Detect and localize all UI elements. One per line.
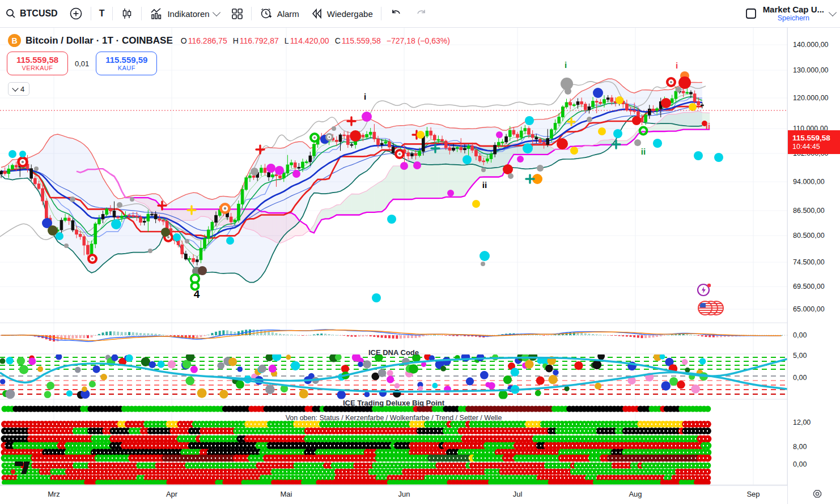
redo-button[interactable] bbox=[409, 4, 434, 23]
signal-marker bbox=[292, 170, 300, 178]
save-link[interactable]: Speichern bbox=[763, 14, 824, 22]
layout-name-block[interactable]: Market Cap U... Speichern bbox=[763, 5, 824, 22]
signal-marker bbox=[111, 219, 121, 229]
signal-marker bbox=[517, 156, 524, 163]
tradingview-logo[interactable] bbox=[9, 459, 34, 476]
undo-icon bbox=[389, 7, 403, 20]
signal-marker bbox=[413, 161, 421, 169]
replay-label: Wiedergabe bbox=[327, 9, 373, 19]
signal-marker bbox=[557, 138, 568, 150]
signal-marker bbox=[117, 202, 122, 208]
indicators-button[interactable]: Indikatoren bbox=[144, 4, 224, 23]
signal-marker bbox=[417, 131, 425, 139]
signal-marker bbox=[613, 129, 622, 138]
signal-marker bbox=[525, 116, 534, 125]
alarm-clock-icon bbox=[260, 7, 273, 20]
open-key: O bbox=[181, 36, 187, 45]
price-axis[interactable]: 140.000,00130.000,00120.000,00110.000,00… bbox=[787, 27, 840, 504]
undo-button[interactable] bbox=[384, 4, 409, 23]
layout-grid-button[interactable] bbox=[225, 4, 249, 23]
buy-button[interactable]: 115.559,59 KAUF bbox=[96, 52, 157, 75]
signal-marker bbox=[496, 131, 503, 138]
signal-marker bbox=[161, 228, 170, 237]
economic-events-flags-icon[interactable] bbox=[698, 301, 724, 316]
signal-marker bbox=[266, 164, 275, 173]
signal-marker bbox=[251, 168, 258, 176]
low-key: L bbox=[285, 36, 289, 45]
toolbar-divider bbox=[91, 7, 91, 20]
sell-price: 115.559,58 bbox=[16, 55, 58, 65]
signal-marker bbox=[226, 237, 234, 245]
sell-button[interactable]: 115.559,58 VERKAUF bbox=[7, 52, 68, 75]
interval-label: T bbox=[99, 8, 105, 19]
signal-marker bbox=[192, 283, 199, 290]
chart-canvas[interactable] bbox=[0, 0, 840, 504]
interval-button[interactable]: T bbox=[94, 4, 111, 23]
signal-marker bbox=[394, 149, 405, 159]
us-flag-icon bbox=[698, 301, 712, 315]
signal-marker bbox=[309, 133, 320, 143]
signal-marker bbox=[362, 112, 372, 122]
signal-marker bbox=[537, 165, 544, 172]
signal-marker bbox=[19, 151, 26, 157]
signal-marker bbox=[503, 164, 513, 174]
signal-marker bbox=[350, 130, 361, 142]
signal-marker bbox=[616, 96, 623, 104]
time-axis-month: Jun bbox=[398, 490, 410, 498]
ideas-lightning-icon[interactable] bbox=[696, 282, 712, 298]
chevron-down-icon bbox=[829, 8, 837, 16]
time-axis-month: Aug bbox=[629, 490, 642, 498]
toolbar-divider bbox=[112, 7, 113, 20]
current-price-tag: 115.559,58 10:44:45 bbox=[788, 130, 840, 154]
signal-marker bbox=[372, 293, 381, 302]
layout-single-icon[interactable] bbox=[745, 7, 757, 20]
indicator-collapse-chip[interactable]: 4 bbox=[8, 82, 29, 96]
legend-title: Bitcoin / Dollar · 1T · COINBASE bbox=[26, 35, 173, 46]
redo-icon bbox=[414, 7, 428, 20]
symbol-search-button[interactable]: BTCUSD bbox=[0, 4, 63, 23]
signal-marker bbox=[447, 190, 454, 197]
signal-marker bbox=[481, 168, 486, 172]
tradingview-app: BTCUSD T Indikatoren Alarm Wiedergabe bbox=[0, 0, 840, 504]
indicators-icon bbox=[150, 7, 163, 20]
signal-marker bbox=[523, 143, 533, 153]
signal-marker bbox=[387, 215, 396, 224]
replay-button[interactable]: Wiedergabe bbox=[305, 4, 379, 23]
price-tick: 140.000,00 bbox=[793, 41, 829, 49]
signal-marker bbox=[694, 151, 703, 160]
signal-marker bbox=[508, 173, 514, 179]
price-tick: 8,00 bbox=[793, 443, 807, 451]
signal-marker bbox=[676, 87, 681, 92]
search-icon bbox=[6, 8, 16, 19]
chevron-down-icon bbox=[12, 85, 18, 91]
signal-marker bbox=[400, 162, 408, 170]
signal-marker bbox=[689, 103, 697, 111]
grid-layout-icon bbox=[231, 7, 243, 20]
signal-marker bbox=[130, 197, 134, 202]
time-axis-month: Jul bbox=[513, 490, 523, 498]
symbol-legend[interactable]: B Bitcoin / Dollar · 1T · COINBASE O116.… bbox=[8, 34, 455, 47]
signal-marker bbox=[570, 147, 578, 155]
chart-style-button[interactable] bbox=[115, 4, 139, 23]
price-tick: 69.500,00 bbox=[793, 283, 825, 291]
compare-add-button[interactable] bbox=[63, 4, 88, 23]
toolbar-divider bbox=[141, 7, 142, 20]
signal-marker bbox=[714, 153, 723, 162]
signal-marker bbox=[565, 88, 571, 95]
settings-gear-icon[interactable] bbox=[811, 487, 824, 501]
symbol-label: BTCUSD bbox=[20, 8, 58, 19]
price-tick: 0,00 bbox=[793, 331, 807, 339]
spread-value: 0,01 bbox=[75, 59, 89, 68]
signal-marker bbox=[34, 166, 39, 171]
price-tick: 5,00 bbox=[793, 352, 807, 360]
alarm-button[interactable]: Alarm bbox=[254, 4, 305, 23]
signal-marker bbox=[481, 262, 485, 266]
signal-marker bbox=[632, 116, 641, 125]
buy-price: 115.559,59 bbox=[105, 55, 147, 65]
close-key: C bbox=[335, 36, 341, 45]
signal-marker bbox=[472, 200, 480, 208]
time-axis-month: Mrz bbox=[48, 490, 60, 498]
time-axis[interactable]: MrzAprMaiJunJulAugSep bbox=[0, 485, 787, 504]
current-price: 115.559,58 bbox=[792, 134, 840, 143]
layout-name: Market Cap U... bbox=[763, 5, 824, 14]
